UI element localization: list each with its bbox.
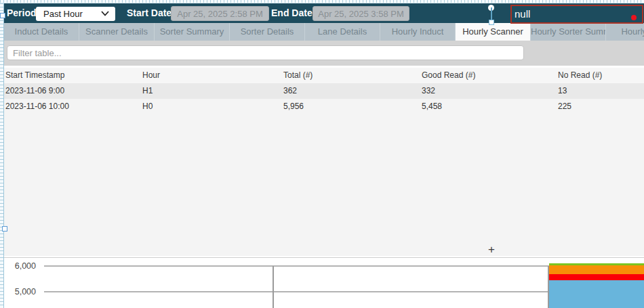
start-date-label: Start Date: (127, 3, 175, 23)
table-cell: 362 (283, 83, 297, 99)
toolbar: Period: Past Hour Start Date: End Date: … (4, 3, 644, 23)
table-cell: 332 (422, 83, 435, 99)
tab-hourly-sorter-summary[interactable]: Hourly Sorter Summar (531, 23, 606, 41)
period-label: Period: (7, 3, 39, 23)
column-header-no-read[interactable]: No Read (#) (558, 68, 602, 83)
selection-anchor-square[interactable] (489, 20, 494, 25)
ruler-handle-top[interactable] (0, 13, 5, 18)
table-cell: H1 (142, 83, 153, 99)
stacked-bar-h0[interactable] (549, 263, 644, 308)
table-cell: 13 (558, 83, 567, 99)
filter-table-input[interactable] (7, 45, 524, 60)
tab-sorter-details[interactable]: Sorter Details (230, 23, 305, 41)
tab-hourly-scanner[interactable]: Hourly Scanner (456, 23, 531, 41)
chevron-down-icon (101, 11, 109, 16)
period-select-value: Past Hour (43, 9, 83, 19)
left-ruler (0, 3, 4, 308)
bar-segment-good-read[interactable] (549, 280, 644, 308)
start-date-input[interactable] (171, 6, 269, 21)
column-header-hour[interactable]: Hour (142, 68, 160, 83)
crosshair-move-handle[interactable]: + (486, 244, 497, 255)
tab-bar: Induct Details Scanner Details Sorter Su… (4, 23, 644, 41)
table-cell: H0 (142, 99, 153, 114)
column-header-start-timestamp[interactable]: Start Timestamp (5, 68, 64, 83)
top-ruler (0, 0, 644, 3)
red-marker-icon (631, 15, 637, 20)
bar-segment-no-read[interactable] (549, 274, 644, 280)
hourly-scanner-chart: 6,000 5,000 (4, 257, 644, 308)
period-select[interactable]: Past Hour (36, 7, 115, 21)
table-row[interactable]: 2023-11-06 9:00 H1 362 332 13 (4, 83, 644, 99)
gridline-vertical (273, 266, 274, 308)
tab-induct-details[interactable]: Induct Details (4, 23, 79, 41)
ruler-handle-mid[interactable] (2, 226, 7, 232)
tab-sorter-summary[interactable]: Sorter Summary (155, 23, 230, 41)
y-axis-tick-label: 5,000 (4, 287, 36, 296)
dashboard-editor-canvas: Period: Past Hour Start Date: End Date: … (0, 0, 644, 308)
table-cell: 2023-11-06 9:00 (5, 83, 64, 99)
column-header-good-read[interactable]: Good Read (#) (422, 68, 475, 83)
table-row[interactable]: 2023-11-06 10:00 H0 5,956 5,458 225 (4, 99, 644, 114)
selection-anchor-line-icon (491, 7, 492, 21)
table-cell: 225 (558, 99, 571, 114)
table-cell: 5,956 (283, 99, 304, 114)
end-date-input[interactable] (313, 6, 409, 21)
table-cell: 5,458 (422, 99, 442, 114)
hourly-scanner-table: Start Timestamp Hour Total (#) Good Read… (4, 66, 644, 256)
null-overlay-widget[interactable]: null (510, 5, 643, 24)
column-header-total[interactable]: Total (#) (283, 68, 313, 83)
y-axis-tick-label: 6,000 (4, 261, 36, 271)
table-header-row: Start Timestamp Hour Total (#) Good Read… (4, 68, 644, 83)
end-date-label: End Date: (271, 3, 315, 23)
tab-lane-details[interactable]: Lane Details (305, 23, 380, 41)
tab-hourly-induct[interactable]: Hourly Induct (380, 23, 456, 41)
tab-scanner-details[interactable]: Scanner Details (79, 23, 155, 41)
null-overlay-text: null (515, 8, 530, 20)
filter-panel (4, 41, 644, 66)
tab-hourly-sorter-details[interactable]: Hourly Sort (606, 23, 644, 41)
table-cell: 2023-11-06 10:00 (5, 99, 69, 114)
bar-segment-unlabeled-orange[interactable] (549, 265, 644, 274)
